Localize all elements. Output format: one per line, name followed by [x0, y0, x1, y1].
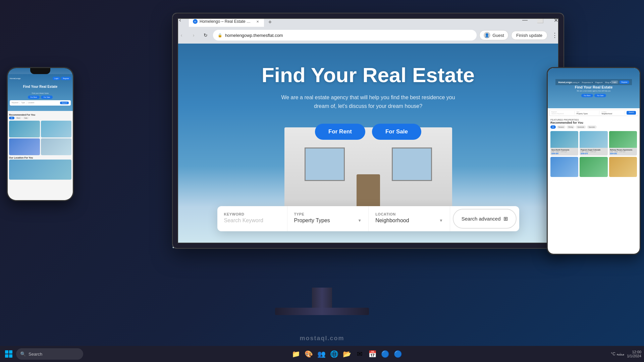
tablet-nav-blog[interactable]: Blog ▾	[605, 81, 611, 83]
tablet-hero-sub: We are a real estate agency that will he…	[574, 89, 613, 93]
back-button[interactable]: ‹	[175, 15, 185, 25]
keyword-input[interactable]: Search Keyword	[224, 218, 280, 224]
phone-search-type[interactable]: Type	[19, 102, 25, 104]
reload-button[interactable]: ↻	[201, 31, 210, 40]
phone-recommended-title: Recommended For You	[9, 112, 71, 117]
maximize-button[interactable]: ⬜	[533, 13, 548, 27]
windows-tile-3	[5, 354, 8, 358]
house-shape	[248, 101, 489, 215]
tablet-register-btn[interactable]: Register	[620, 80, 629, 84]
tablet-location-field[interactable]: Location Neighborhood	[601, 111, 625, 115]
security-lock-icon: 🔒	[218, 33, 222, 38]
phone-search-btn[interactable]: Search	[60, 102, 69, 104]
finish-update-button[interactable]: Finish update	[511, 31, 547, 40]
close-button[interactable]: ✕	[548, 13, 564, 27]
tab-title: Homelengo – Real Estate Word...	[200, 19, 253, 24]
tablet-card-1-price: $299-$50	[551, 153, 577, 155]
taskbar-chrome-icon[interactable]: 🔵	[379, 348, 391, 360]
tablet-right: HomeLengo Listing ▾ Properties ▾ Pages ▾…	[547, 67, 641, 255]
tablet-nav-properties[interactable]: Properties ▾	[582, 81, 593, 83]
tablet-type-field[interactable]: Type Property Types	[577, 111, 600, 115]
phone-filter-all[interactable]: All	[9, 117, 14, 119]
back-nav-button[interactable]: ‹	[177, 31, 186, 40]
tablet-hero: HomeLengo Listing ▾ Properties ▾ Pages ▾…	[548, 68, 640, 108]
for-sale-button[interactable]: For Sale	[372, 124, 421, 140]
phone-register-btn[interactable]: Register	[61, 77, 71, 80]
taskbar-calendar-icon[interactable]: 📅	[367, 348, 379, 360]
taskbar-mail-icon[interactable]: ✉	[354, 348, 366, 360]
tablet-card-3-price: $264-$51	[610, 153, 636, 155]
browser-chrome: ‹ H Homelengo – Real Estate Word... ✕ + …	[173, 13, 564, 44]
hero-subtitle-line1: We are a real estate agency that will he…	[281, 95, 455, 100]
current-time: 12:00	[627, 350, 641, 354]
location-value[interactable]: Neighborhood ▼	[375, 218, 443, 224]
tablet-filter-dining[interactable]: Dining	[567, 125, 575, 129]
windows-icon	[5, 350, 12, 358]
tablet-filter-all[interactable]: All	[550, 125, 556, 129]
tablet-rent-btn[interactable]: For Rent	[581, 94, 593, 97]
tab-close-button[interactable]: ✕	[255, 19, 260, 24]
tablet-card-3-img	[609, 131, 637, 148]
tablet-nav-listing[interactable]: Listing ▾	[572, 81, 579, 83]
location-dropdown[interactable]: Location Neighborhood ▼	[369, 206, 450, 231]
more-options-button[interactable]: ⋮	[550, 31, 559, 40]
tablet-section-title: Recommended for You	[550, 121, 637, 124]
tablet-keyword-field[interactable]: Keyword Search Keyword	[551, 111, 575, 115]
taskbar-explorer-icon[interactable]: 📂	[341, 348, 353, 360]
tablet-filter-newest[interactable]: Newest	[557, 125, 566, 129]
house-illustration	[248, 101, 489, 215]
guest-button[interactable]: 👤 Guest	[479, 30, 508, 40]
active-tab[interactable]: H Homelengo – Real Estate Word... ✕	[189, 16, 264, 27]
tablet-nav-pages[interactable]: Pages ▾	[595, 81, 603, 83]
phone-search-keyword[interactable]: Keyword	[12, 102, 18, 104]
tablet-more-card-1[interactable]	[550, 157, 578, 177]
taskbar-icons: 📁 🎨 👥 🌐 📂 ✉ 📅 🔵 🔵	[85, 348, 609, 360]
tablet-hero-title: Find Your Real Estate	[575, 85, 613, 89]
phone-map	[9, 160, 71, 180]
taskbar-teams-icon[interactable]: 👥	[316, 348, 328, 360]
taskbar-paint-icon[interactable]: 🎨	[303, 348, 315, 360]
phone-login-btn[interactable]: Login	[53, 77, 60, 80]
tablet-card-3[interactable]: Refrany Pecans Apartments 3 BR · 2 Bath …	[609, 131, 637, 156]
phone-card-2[interactable]	[41, 121, 72, 137]
tablet-more-card-2[interactable]	[580, 157, 607, 177]
type-value[interactable]: Property Types ▼	[294, 218, 362, 224]
phone-card-3[interactable]	[9, 138, 40, 155]
phone-card-4[interactable]	[41, 138, 72, 155]
taskbar-search[interactable]: 🔍 Search	[16, 348, 83, 360]
type-dropdown[interactable]: Type Property Types ▼	[287, 206, 369, 231]
location-chevron-icon: ▼	[439, 218, 443, 223]
tablet-search-bar[interactable]: Keyword Search Keyword Type Property Typ…	[549, 110, 638, 116]
phone-filter-sale[interactable]: Sale	[22, 117, 29, 119]
tablet-card-1[interactable]: Seva North Freemanto 4 BR · 3 Bath · 1,8…	[550, 131, 578, 156]
new-tab-button[interactable]: +	[265, 17, 275, 27]
for-rent-button[interactable]: For Rent	[315, 124, 365, 140]
phone-sale-btn[interactable]: For Sale	[41, 96, 53, 99]
search-advanced-button[interactable]: Search advanced ⊞	[453, 209, 517, 229]
phone-card-1[interactable]	[9, 121, 40, 137]
stand-base	[275, 308, 369, 315]
start-button[interactable]	[3, 348, 15, 360]
window-controls: — ⬜ ✕	[517, 13, 564, 27]
tablet-filter-specials[interactable]: Specials	[587, 125, 597, 129]
tablet-search-button[interactable]: Search	[627, 111, 636, 115]
taskbar-files-icon[interactable]: 📁	[290, 348, 302, 360]
phone-rent-btn[interactable]: For Rent	[28, 96, 40, 99]
browser-window: ‹ H Homelengo – Real Estate Word... ✕ + …	[173, 13, 564, 248]
tablet-filter-quietude[interactable]: Quietude	[576, 125, 586, 129]
tablet-card-2-body: Popcorn Asper Colorado 4 BR · 3 Bath · 1…	[580, 148, 607, 156]
taskbar-edge-icon[interactable]: 🌐	[328, 348, 340, 360]
phone-screen: HomeLengo Login Register Find Your Real …	[8, 68, 73, 200]
address-bar[interactable]: 🔒 homelengowp.themesflat.com	[213, 30, 477, 41]
tablet-sale-btn[interactable]: For Sale	[594, 94, 606, 97]
minimize-button[interactable]: —	[517, 13, 533, 27]
tablet-card-2[interactable]: Popcorn Asper Colorado 4 BR · 3 Bath · 1…	[580, 131, 607, 156]
taskbar-chrome2-icon[interactable]: 🔵	[392, 348, 404, 360]
keyword-field[interactable]: Keyword Search Keyword	[217, 206, 287, 231]
phone-search-location[interactable]: Location	[26, 102, 34, 104]
tablet-more-card-3[interactable]	[609, 157, 637, 177]
forward-nav-button[interactable]: ›	[189, 31, 198, 40]
tablet-login-btn[interactable]: Login	[611, 80, 618, 84]
tablet-buttons: For Rent For Sale	[581, 94, 606, 97]
phone-filter-rent[interactable]: Rent	[15, 117, 22, 119]
